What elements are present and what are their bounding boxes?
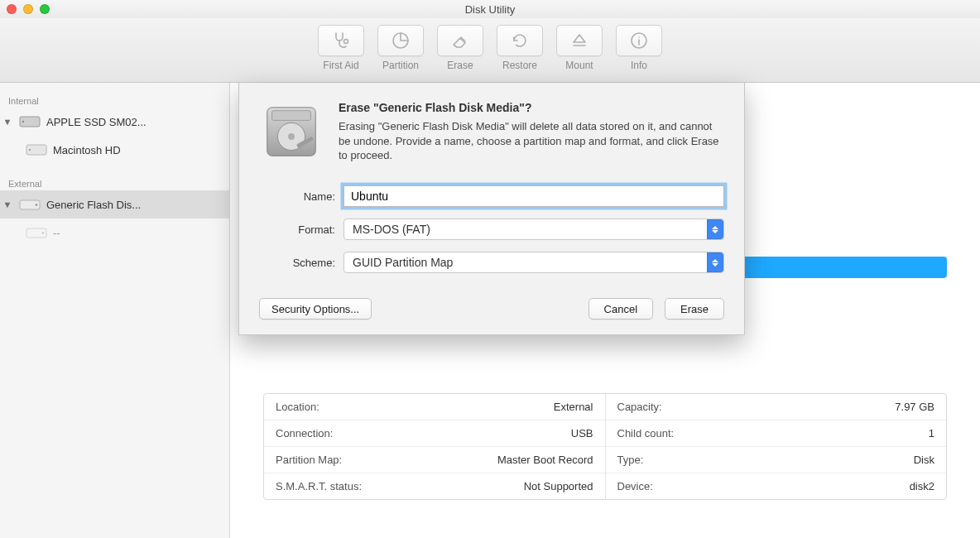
svg-rect-12 [272,111,311,121]
info-value: Not Supported [524,480,593,492]
info-cell: Device:disk2 [606,473,947,499]
info-label: Connection: [276,427,333,440]
dialog-title: Erase "Generic Flash Disk Media"? [339,101,724,114]
svg-point-10 [42,232,44,233]
info-label: Device: [617,480,653,492]
first-aid-button[interactable] [318,25,364,56]
toolbar-label: Mount [565,60,593,71]
toolbar-label: First Aid [323,60,358,71]
info-value: disk2 [910,480,934,492]
sidebar-section-external: External [0,174,229,190]
select-arrows-icon [707,219,723,239]
sidebar-section-internal: Internal [0,91,229,108]
sidebar-item-label: Generic Flash Dis... [46,199,224,211]
internal-drive-icon [18,112,41,132]
info-label: Type: [617,454,644,466]
info-label: S.M.A.R.T. status: [276,480,362,492]
toolbar-label: Restore [502,60,537,71]
name-label: Name: [259,190,335,203]
info-cell: Location:External [264,394,605,420]
info-cell: Connection:USB [264,420,605,447]
info-table: Location:ExternalConnection:USBPartition… [263,393,947,500]
info-value: Master Boot Record [497,454,593,466]
chevron-down-icon[interactable]: ▼ [2,199,13,209]
eraser-icon [450,31,470,50]
name-field[interactable] [343,185,724,207]
info-cell: Capacity:7.97 GB [606,394,947,420]
sidebar-item-label: APPLE SSD SM02... [46,116,224,128]
svg-point-0 [344,40,348,44]
minimize-window-button[interactable] [23,4,33,14]
cancel-button[interactable]: Cancel [588,298,653,319]
erase-dialog: Erase "Generic Flash Disk Media"? Erasin… [238,83,745,335]
info-value: 7.97 GB [895,401,934,413]
toolbar: First Aid Partition Erase Restore [0,18,980,83]
info-value: 1 [929,427,934,440]
external-drive-icon [18,195,41,214]
internal-volume-icon [25,140,48,160]
sidebar-item-macintosh-hd[interactable]: Macintosh HD [0,136,229,164]
info-icon [629,31,649,50]
restore-button[interactable] [497,25,543,56]
format-label: Format: [259,223,335,236]
scheme-select[interactable]: GUID Partition Map [343,252,724,273]
select-arrows-icon [707,252,723,272]
info-cell: Type:Disk [606,447,947,473]
chevron-down-icon[interactable]: ▼ [2,117,13,127]
eject-icon [569,31,589,50]
format-value: MS-DOS (FAT) [353,223,430,236]
toolbar-label: Partition [382,60,419,71]
sidebar-item-label: Macintosh HD [53,144,224,156]
dialog-description: Erasing "Generic Flash Disk Media" will … [339,119,724,163]
zoom-window-button[interactable] [40,4,50,14]
info-value: USB [571,427,593,440]
toolbar-label: Info [631,60,647,71]
restore-icon [510,31,530,50]
close-window-button[interactable] [7,4,17,14]
info-cell: Partition Map:Master Boot Record [264,447,605,473]
toolbar-label: Erase [447,60,473,71]
pie-icon [391,31,411,50]
info-label: Location: [276,401,319,413]
window-title: Disk Utility [0,3,980,16]
info-button[interactable] [616,25,662,56]
info-cell: Child count:1 [606,420,947,447]
erase-button[interactable] [437,25,483,56]
scheme-label: Scheme: [259,257,335,269]
scheme-value: GUID Partition Map [353,256,453,269]
svg-point-8 [36,204,37,205]
sidebar-item-generic-flash[interactable]: ▼ Generic Flash Dis... [0,190,229,219]
info-cell: S.M.A.R.T. status:Not Supported [264,473,605,499]
sidebar-item-apple-ssd[interactable]: ▼ APPLE SSD SM02... [0,108,229,136]
info-label: Child count: [617,427,675,440]
info-label: Capacity: [617,401,662,413]
svg-point-6 [29,149,31,151]
svg-point-14 [288,133,295,140]
svg-point-4 [22,121,24,122]
partition-button[interactable] [377,25,424,56]
info-value: External [554,401,593,413]
sidebar-item-unnamed-volume[interactable]: -- [0,219,229,247]
sidebar-item-label: -- [53,227,224,239]
info-label: Partition Map: [276,454,342,466]
security-options-button[interactable]: Security Options... [259,298,372,319]
erase-confirm-button[interactable]: Erase [665,298,724,319]
titlebar: Disk Utility [0,0,980,18]
external-volume-icon [25,223,48,243]
sidebar: Internal ▼ APPLE SSD SM02... Macintosh H… [0,83,230,538]
mount-button[interactable] [556,25,603,56]
format-select[interactable]: MS-DOS (FAT) [343,219,724,240]
stethoscope-icon [331,31,351,50]
info-value: Disk [914,454,934,466]
hard-disk-icon [259,101,324,166]
